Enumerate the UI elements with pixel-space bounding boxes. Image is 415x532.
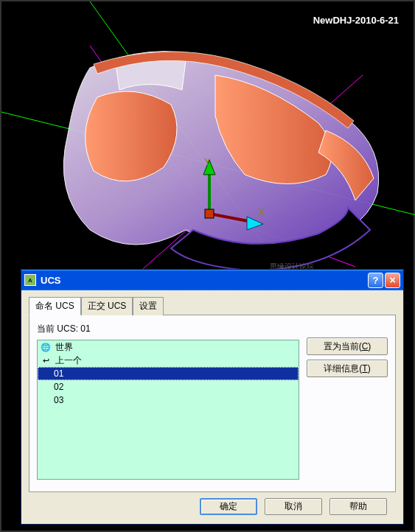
globe-icon: 🌐 — [41, 342, 51, 352]
ucs-listbox[interactable]: 🌐 世界 ↩ 上一个 ▸ 01 02 03 — [37, 340, 299, 480]
list-item-previous[interactable]: ↩ 上一个 — [38, 354, 299, 367]
tab-named-ucs[interactable]: 命名 UCS — [29, 297, 81, 315]
ucs-dialog: A UCS ? × 命名 UCS 正交 UCS 设置 当前 UCS: 01 🌐 … — [21, 269, 404, 525]
details-button[interactable]: 详细信息(T) — [307, 360, 388, 377]
titlebar-help-button[interactable]: ? — [368, 273, 383, 288]
dialog-titlebar[interactable]: A UCS ? × — [21, 270, 403, 290]
dialog-title: UCS — [41, 275, 368, 286]
svg-rect-12 — [205, 209, 214, 218]
current-ucs-label: 当前 UCS: 01 — [37, 323, 299, 335]
cancel-button[interactable]: 取消 — [265, 498, 322, 515]
help-button[interactable]: 帮助 — [329, 498, 387, 515]
app-icon: A — [24, 274, 36, 286]
tab-strip: 命名 UCS 正交 UCS 设置 — [29, 296, 396, 315]
tab-settings[interactable]: 设置 — [133, 297, 164, 315]
dialog-footer: 确定 取消 帮助 — [29, 492, 396, 515]
tab-panel-named: 当前 UCS: 01 🌐 世界 ↩ 上一个 ▸ 01 — [29, 315, 396, 492]
set-current-button[interactable]: 置为当前(C) — [307, 337, 388, 355]
watermark-author: NewDHJ-2010-6-21 — [313, 15, 399, 26]
svg-text:X: X — [258, 206, 265, 217]
list-item[interactable]: 03 — [38, 393, 299, 407]
ok-button[interactable]: 确定 — [200, 498, 257, 515]
list-item[interactable]: 02 — [38, 380, 299, 393]
list-item[interactable]: ▸ 01 — [38, 367, 299, 380]
tab-ortho-ucs[interactable]: 正交 UCS — [81, 297, 133, 315]
list-item-world[interactable]: 🌐 世界 — [38, 340, 299, 354]
svg-text:Y: Y — [204, 156, 211, 167]
titlebar-close-button[interactable]: × — [385, 273, 400, 288]
previous-icon: ↩ — [41, 355, 51, 365]
